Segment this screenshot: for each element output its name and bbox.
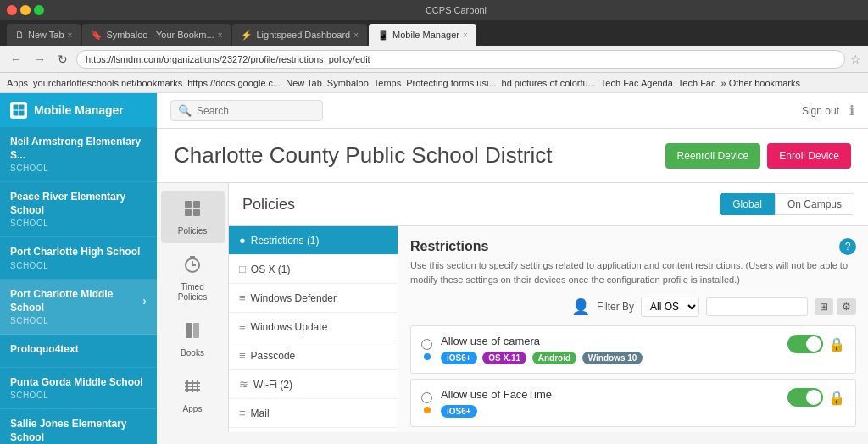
indicator-dot-blue [424,353,431,360]
nav-item-label: Policies [178,226,207,236]
policies-body: ● Restrictions (1) □ OS X (1) ≡ Windows … [229,226,868,432]
restrictions-panel: Restrictions ? Use this section to speci… [398,226,868,432]
search-input[interactable] [197,105,315,117]
maximize-button[interactable] [34,5,44,15]
svg-rect-3 [19,111,24,115]
sidebar-item-port-middle[interactable]: Port Charlotte Middle School › SCHOOL [0,280,157,335]
nav-item-apps[interactable]: Apps [161,369,225,421]
svg-rect-4 [185,201,192,208]
sidebar-item-sallie[interactable]: Sallie Jones Elementary School SCHOOL [0,409,157,444]
sidebar-item-proloquo[interactable]: Proloquo4text [0,335,157,368]
sidebar-item-subtitle: SCHOOL [10,391,147,400]
enroll-button[interactable]: Enroll Device [767,143,851,169]
search-icon: 🔍 [178,104,192,117]
page-title: Charlotte County Public School District [174,142,553,169]
policy-item-passcode[interactable]: ≡ Passcode [229,341,398,370]
row-content: Allow use of camera iOS6+ OS X.11 Androi… [441,335,779,364]
close-icon[interactable]: × [463,31,468,40]
reload-button[interactable]: ↻ [54,51,71,68]
bookmark-charlotte[interactable]: yourcharlotteschools.net/bookmarks [33,78,182,88]
back-button[interactable]: ← [7,51,25,68]
search-box[interactable]: 🔍 [170,100,323,121]
tag-android: Android [532,352,576,364]
row-radio[interactable] [421,339,432,350]
bookmark-techfac[interactable]: Tech Fac Agenda [601,78,673,88]
filter-settings-icon[interactable]: ⚙ [837,298,856,315]
policy-item-defender[interactable]: ≡ Windows Defender [229,284,398,313]
restriction-row-facetime: Allow use of FaceTime iOS6+ 🔒 [410,379,856,427]
tag-windows10: Windows 10 [582,352,643,364]
sidebar-item-subtitle: SCHOOL [10,316,147,325]
tab-favicon: 🗋 [15,30,25,40]
minimize-button[interactable] [20,5,31,15]
forward-button[interactable]: → [31,51,49,68]
policy-item-restrictions[interactable]: ● Restrictions (1) [229,226,398,255]
tab-bar: 🗋 New Tab × 🔖 Symbaloo - Your Bookm... ×… [0,20,868,46]
bookmark-symbaloo[interactable]: Symbaloo [327,78,369,88]
sidebar-item-port-high[interactable]: Port Charlotte High School SCHOOL [0,237,157,280]
close-icon[interactable]: × [353,31,359,40]
windows-update-icon: ≡ [239,320,246,333]
window-controls[interactable] [7,5,44,15]
close-icon[interactable]: × [68,31,73,40]
policy-item-osx[interactable]: □ OS X (1) [229,255,398,284]
sidebar-item-peace[interactable]: Peace River Elementary School SCHOOL [0,182,157,237]
help-button[interactable]: ? [839,238,856,255]
bookmarks-bar: Apps yourcharlotteschools.net/bookmarks … [0,73,868,93]
tab-lightspeed[interactable]: ⚡ Lightspeed Dashboard × [232,24,367,46]
tab-favicon: 🔖 [91,30,103,41]
app-container: Mobile Manager Neil Armstrong Elementary… [0,93,868,444]
osx-icon: □ [239,263,246,275]
reenroll-button[interactable]: Reenroll Device [665,143,761,169]
policy-item-windows-update[interactable]: ≡ Windows Update [229,313,398,341]
filter-search-input[interactable] [706,297,808,316]
bookmark-more[interactable]: » Other bookmarks [721,78,801,88]
policy-item-wifi[interactable]: ≋ Wi-Fi (2) [229,370,398,399]
sidebar-item-title: Neil Armstrong Elementary S... [10,136,147,162]
tab-on-campus[interactable]: On Campus [775,193,854,215]
tab-global[interactable]: Global [720,193,775,215]
sign-out-button[interactable]: Sign out [802,105,839,117]
mail-icon: ≡ [239,407,246,419]
toggle-facetime[interactable] [787,388,823,407]
bookmark-newtab[interactable]: New Tab [286,78,322,88]
filter-bar: 👤 Filter By All OS ⊞ ⚙ [410,297,856,317]
close-button[interactable] [7,5,17,15]
policy-item-label: Passcode [251,350,296,362]
sidebar-item-subtitle: SCHOOL [10,261,147,270]
filter-grid-icon[interactable]: ⊞ [815,298,833,315]
bookmark-protecting[interactable]: Protecting forms usi... [406,78,496,88]
restrictions-icon: ● [239,234,246,247]
svg-rect-13 [193,323,199,338]
bookmark-apps[interactable]: Apps [7,78,28,88]
sidebar-item-punta[interactable]: Punta Gorda Middle School SCHOOL [0,368,157,410]
tab-favicon: ⚡ [241,30,253,41]
policy-list-panel: ● Restrictions (1) □ OS X (1) ≡ Windows … [229,226,398,432]
policy-item-label: Restrictions (1) [251,235,320,247]
row-title: Allow use of camera [441,335,779,347]
bookmark-icon[interactable]: ☆ [850,53,861,66]
nav-item-policies[interactable]: Policies [161,191,225,243]
nav-item-label: Books [181,348,204,358]
policy-item-mail[interactable]: ≡ Mail [229,399,398,428]
tab-mobile-manager[interactable]: 📱 Mobile Manager × [369,24,476,46]
nav-item-books[interactable]: Books [161,314,225,365]
row-radio[interactable] [421,392,432,403]
bookmark-temps[interactable]: Temps [374,78,401,88]
tab-symbaloo[interactable]: 🔖 Symbaloo - Your Bookm... × [82,24,231,46]
close-icon[interactable]: × [218,31,223,40]
bookmark-hd[interactable]: hd pictures of colorfu... [502,78,596,88]
sidebar-item-neil[interactable]: Neil Armstrong Elementary S... SCHOOL [0,127,157,182]
row-indicator [421,388,432,413]
toggle-camera[interactable] [787,335,823,353]
bookmark-techfac2[interactable]: Tech Fac [678,78,716,88]
policy-item-exchange[interactable]: ≡ Exchange ActiveSync [229,428,398,432]
help-icon[interactable]: ℹ [849,103,854,119]
nav-item-timed[interactable]: Timed Policies [161,247,225,309]
address-input[interactable] [76,50,845,69]
filter-select[interactable]: All OS [641,297,699,317]
tab-new-tab[interactable]: 🗋 New Tab × [7,24,81,46]
bookmark-docs[interactable]: https://docs.google.c... [187,78,281,88]
filter-icons: ⊞ ⚙ [815,298,856,315]
timed-icon [182,254,203,280]
